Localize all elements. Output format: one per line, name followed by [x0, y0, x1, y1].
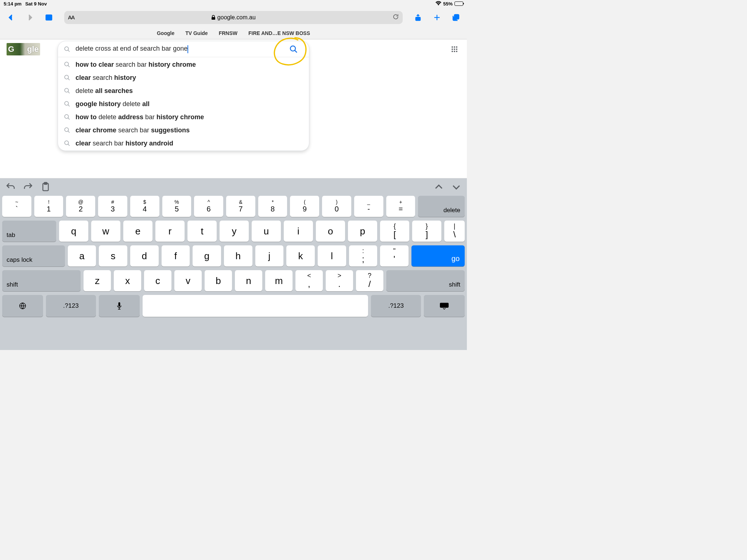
- key-t[interactable]: t: [187, 221, 217, 242]
- key-punct[interactable]: <,: [295, 270, 323, 291]
- key-e[interactable]: e: [123, 221, 152, 242]
- key-globe[interactable]: [2, 295, 43, 317]
- svg-point-11: [65, 62, 69, 66]
- address-bar[interactable]: AA google.com.au: [64, 11, 403, 24]
- key-a[interactable]: a: [68, 245, 96, 267]
- key-q[interactable]: q: [59, 221, 88, 242]
- search-suggestion[interactable]: google history delete all: [58, 97, 309, 110]
- key-capslock[interactable]: caps lock: [2, 245, 65, 267]
- tabs-button[interactable]: [449, 10, 463, 25]
- search-suggestion[interactable]: how to clear search bar history chrome: [58, 58, 309, 71]
- favorite-link[interactable]: TV Guide: [185, 30, 208, 36]
- new-tab-button[interactable]: [430, 10, 444, 25]
- key-punct[interactable]: }]: [412, 221, 441, 242]
- search-icon: [64, 74, 70, 81]
- search-suggestion[interactable]: clear chrome search bar suggestions: [58, 124, 309, 137]
- key-x[interactable]: x: [114, 270, 141, 291]
- key-7[interactable]: &7: [226, 196, 255, 217]
- google-doodle-logo[interactable]: G gle: [7, 43, 40, 55]
- favorite-link[interactable]: FIRE AND…E NSW BOSS: [248, 30, 310, 36]
- key-numbers[interactable]: .?123: [371, 295, 421, 317]
- key-dismiss-keyboard[interactable]: [424, 295, 465, 317]
- key-5[interactable]: %5: [162, 196, 191, 217]
- key-k[interactable]: k: [286, 245, 315, 267]
- key-n[interactable]: n: [235, 270, 262, 291]
- key-i[interactable]: i: [284, 221, 313, 242]
- text-size-button[interactable]: AA: [68, 14, 74, 20]
- key-space[interactable]: [143, 295, 368, 317]
- key-=[interactable]: +=: [386, 196, 415, 217]
- wifi-icon: [436, 1, 441, 7]
- key-8[interactable]: *8: [258, 196, 287, 217]
- key-v[interactable]: v: [174, 270, 202, 291]
- key-3[interactable]: #3: [98, 196, 127, 217]
- svg-line-10: [295, 50, 297, 52]
- key-f[interactable]: f: [162, 245, 190, 267]
- key-punct[interactable]: "': [380, 245, 409, 267]
- svg-line-16: [68, 92, 70, 93]
- search-suggestion[interactable]: delete all searches: [58, 84, 309, 97]
- key-p[interactable]: p: [348, 221, 377, 242]
- search-suggestion[interactable]: how to delete address bar history chrome: [58, 110, 309, 124]
- svg-point-23: [65, 141, 69, 145]
- key-9[interactable]: (9: [290, 196, 319, 217]
- key-punct[interactable]: >.: [326, 270, 353, 291]
- search-suggestion[interactable]: clear search history: [58, 71, 309, 84]
- key-punct[interactable]: ?/: [356, 270, 383, 291]
- key-0[interactable]: )0: [322, 196, 351, 217]
- key-l[interactable]: l: [318, 245, 346, 267]
- svg-point-21: [65, 128, 69, 132]
- key-shift[interactable]: shift: [2, 270, 81, 291]
- key-z[interactable]: z: [84, 270, 111, 291]
- back-button[interactable]: [4, 10, 18, 25]
- search-input[interactable]: delete cross at end of search bar gone: [76, 45, 289, 53]
- key-punct[interactable]: {[: [380, 221, 409, 242]
- reload-button[interactable]: [392, 13, 399, 22]
- search-suggestion[interactable]: clear search bar history android: [58, 137, 309, 150]
- key-g[interactable]: g: [193, 245, 221, 267]
- key-r[interactable]: r: [155, 221, 185, 242]
- status-date: Sat 9 Nov: [25, 1, 47, 7]
- key-s[interactable]: s: [99, 245, 127, 267]
- key-delete[interactable]: delete: [418, 196, 465, 217]
- key--[interactable]: _-: [354, 196, 383, 217]
- key-6[interactable]: ^6: [194, 196, 223, 217]
- keyboard-up-button[interactable]: [433, 182, 444, 192]
- key-dictate[interactable]: [99, 295, 140, 317]
- key-shift[interactable]: shift: [386, 270, 465, 291]
- key-y[interactable]: y: [220, 221, 249, 242]
- svg-point-13: [65, 75, 69, 79]
- keyboard-down-button[interactable]: [451, 182, 462, 192]
- key-o[interactable]: o: [316, 221, 345, 242]
- key-`[interactable]: ~`: [2, 196, 31, 217]
- key-u[interactable]: u: [252, 221, 281, 242]
- forward-button[interactable]: [23, 10, 37, 25]
- google-apps-icon[interactable]: [451, 46, 458, 53]
- share-button[interactable]: [411, 10, 425, 25]
- key-tab[interactable]: tab: [2, 221, 56, 242]
- key-h[interactable]: h: [224, 245, 252, 267]
- key-w[interactable]: w: [91, 221, 120, 242]
- redo-button[interactable]: [23, 182, 34, 192]
- key-j[interactable]: j: [255, 245, 284, 267]
- onscreen-keyboard: ~`!1@2#3$4%5^6&7*8(9)0_-+=delete tabqwer…: [0, 178, 467, 350]
- svg-point-9: [290, 46, 295, 51]
- key-b[interactable]: b: [205, 270, 232, 291]
- favorite-link[interactable]: Google: [157, 30, 174, 36]
- paste-button[interactable]: [40, 182, 51, 192]
- key-punct[interactable]: |\: [444, 221, 465, 242]
- key-1[interactable]: !1: [34, 196, 63, 217]
- key-d[interactable]: d: [130, 245, 159, 267]
- key-m[interactable]: m: [265, 270, 293, 291]
- undo-button[interactable]: [5, 182, 16, 192]
- key-numbers[interactable]: .?123: [46, 295, 96, 317]
- key-punct[interactable]: :;: [349, 245, 378, 267]
- favorite-link[interactable]: FRNSW: [219, 30, 237, 36]
- bookmarks-button[interactable]: [42, 10, 56, 25]
- svg-rect-3: [416, 17, 421, 20]
- search-submit-button[interactable]: [289, 45, 298, 54]
- key-c[interactable]: c: [144, 270, 171, 291]
- key-go[interactable]: go: [411, 245, 465, 267]
- key-4[interactable]: $4: [130, 196, 159, 217]
- key-2[interactable]: @2: [66, 196, 95, 217]
